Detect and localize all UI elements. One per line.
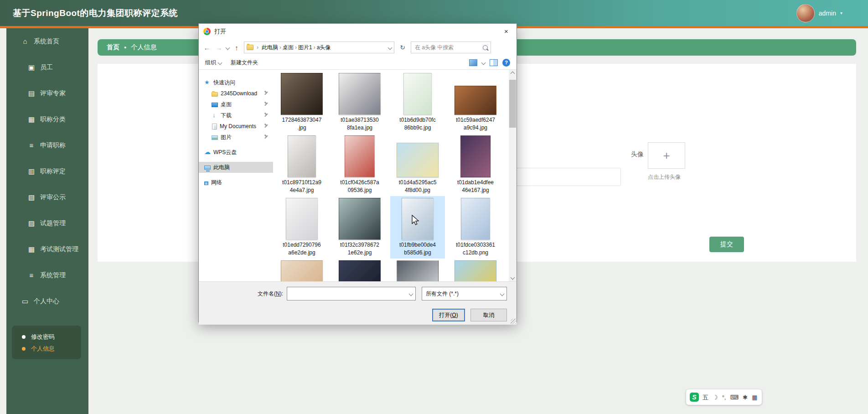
user-avatar: [796, 4, 815, 22]
address-crumb[interactable]: a头像: [317, 44, 331, 52]
sidebar-item-4[interactable]: ▦职称分类: [6, 106, 88, 132]
back-button[interactable]: ←: [202, 44, 212, 52]
address-crumb[interactable]: 此电脑: [262, 44, 278, 52]
open-button[interactable]: 打开(O): [432, 309, 465, 321]
submenu-item-1[interactable]: 修改密码: [12, 331, 81, 343]
scrollbar[interactable]: [509, 70, 517, 281]
tools-icon[interactable]: ✱: [743, 394, 748, 400]
address-crumb[interactable]: 桌面: [283, 44, 294, 52]
cancel-button[interactable]: 取消: [470, 309, 507, 321]
sidebar-item-label: 职称分类: [40, 115, 66, 124]
up-button[interactable]: ↑: [232, 44, 241, 52]
scroll-down-icon[interactable]: [509, 274, 517, 281]
sidebar-item-8[interactable]: ▨试题管理: [6, 210, 88, 236]
tree-item[interactable]: 下载: [199, 110, 273, 121]
breadcrumb-home[interactable]: 首页: [107, 43, 119, 52]
filename-dropdown-icon[interactable]: [406, 287, 415, 300]
crumb-separator: ›: [279, 44, 281, 51]
preview-pane-icon[interactable]: [490, 59, 498, 66]
sidebar-item-label: 试题管理: [40, 219, 66, 228]
soft-keyboard-icon[interactable]: ⌨: [730, 394, 739, 400]
file-item[interactable]: t01c89710f12a94e4a7.jpg: [274, 134, 329, 196]
submit-button[interactable]: 提交: [709, 237, 744, 252]
resize-grip[interactable]: [511, 319, 516, 324]
file-thumbnail-wrap: [274, 71, 329, 115]
sidebar-item-10[interactable]: ≡系统管理: [6, 262, 88, 288]
sidebar-item-5[interactable]: ≡申请职称: [6, 132, 88, 158]
file-item[interactable]: 1728463873047.jpg: [274, 71, 329, 134]
help-icon[interactable]: ?: [502, 59, 510, 67]
file-item[interactable]: [274, 259, 329, 281]
scroll-up-icon[interactable]: [509, 70, 517, 78]
punctuation-mode-icon[interactable]: °,: [722, 394, 726, 400]
file-item[interactable]: t01fdce0303361c12db.png: [448, 196, 503, 259]
file-item[interactable]: t01c59aedf6247a9c94.jpg: [448, 71, 503, 134]
file-name: t01c89710f12a94e4a7.jpg: [282, 179, 321, 196]
file-item[interactable]: [448, 259, 503, 281]
view-dropdown-icon[interactable]: [481, 61, 486, 65]
file-item[interactable]: t01cf0426c587a09536.jpg: [332, 134, 387, 196]
document-icon: [212, 124, 217, 129]
sidebar-item-label: 评审公示: [40, 193, 66, 202]
tree-item[interactable]: WPS云盘: [199, 147, 273, 158]
scrollbar-thumb[interactable]: [509, 80, 516, 128]
user-menu[interactable]: admin ▾: [796, 0, 842, 26]
address-crumb[interactable]: 图片1: [298, 44, 312, 52]
tree-item[interactable]: 2345Download: [199, 88, 273, 99]
sidebar-item-2[interactable]: ▣员工: [6, 54, 88, 80]
file-item[interactable]: t01edd7290796a6e2de.jpg: [274, 196, 329, 259]
search-input[interactable]: [414, 44, 483, 51]
tree-item[interactable]: 此电脑: [199, 162, 273, 173]
avatar-upload-box[interactable]: +: [648, 142, 685, 169]
personal-center-submenu: 修改密码个人信息: [12, 326, 81, 359]
sidebar-item-9[interactable]: ▦考试测试管理: [6, 236, 88, 262]
filetype-select[interactable]: 所有文件 (*.*): [422, 287, 507, 300]
new-folder-button[interactable]: 新建文件夹: [231, 59, 258, 67]
history-dropdown-icon[interactable]: [226, 45, 230, 50]
tree-item[interactable]: My Documents: [199, 121, 273, 132]
address-bar[interactable]: › 此电脑›桌面›图片1›a头像: [244, 41, 394, 53]
file-item[interactable]: t01fb9be00de4b585d6.jpg: [390, 196, 445, 259]
file-item[interactable]: t01ae387135308fa1ea.jpg: [332, 71, 387, 134]
tree-item[interactable]: 桌面: [199, 99, 273, 110]
tree-item[interactable]: 网络: [199, 177, 273, 188]
view-mode-icon[interactable]: [469, 59, 477, 66]
fullwidth-toggle-icon[interactable]: ☽: [713, 394, 718, 400]
address-dropdown-icon[interactable]: [388, 45, 393, 50]
crumb-separator: ›: [314, 44, 315, 51]
forward-button[interactable]: →: [214, 44, 223, 52]
organize-menu[interactable]: 组织: [205, 59, 222, 67]
close-icon[interactable]: ×: [496, 24, 517, 39]
submenu-item-2[interactable]: 个人信息: [12, 343, 81, 355]
file-thumbnail-wrap: [332, 71, 387, 115]
file-name: t01fdce0303361c12db.png: [456, 241, 495, 259]
filename-input[interactable]: [287, 290, 406, 297]
menu-grid-icon[interactable]: ▦: [752, 394, 757, 400]
tree-item[interactable]: 图片: [199, 132, 273, 143]
search-icon[interactable]: [483, 45, 488, 50]
file-item[interactable]: t01b6d9db70fc86bb9c.jpg: [390, 71, 445, 134]
app-header: 基于SpringBoot的电力集团职称评定系统 admin ▾: [0, 0, 868, 26]
file-thumbnail-wrap: [448, 259, 503, 281]
dialog-titlebar[interactable]: 打开 ×: [199, 24, 517, 39]
sidebar-item-7[interactable]: ▧评审公示: [6, 184, 88, 210]
refresh-icon[interactable]: ↻: [397, 41, 408, 53]
tree-item-label: 网络: [211, 179, 222, 186]
pin-icon: [264, 113, 269, 118]
sidebar-item-3[interactable]: ▤评审专家: [6, 80, 88, 106]
tree-item[interactable]: 快速访问: [199, 77, 273, 88]
file-item[interactable]: [390, 259, 445, 281]
file-thumbnail: [402, 198, 434, 240]
sidebar-item-1[interactable]: ⌂系统首页: [6, 28, 88, 54]
clipboard-x-icon: ▧: [27, 193, 36, 202]
file-item[interactable]: t01f32c39786721e62e.jpg: [332, 196, 387, 259]
sidebar-item-11[interactable]: ▭个人中心: [6, 288, 88, 314]
sidebar-item-6[interactable]: ▥职称评定: [6, 158, 88, 184]
file-item[interactable]: t01dab1e4dfee46e167.jpg: [448, 134, 503, 196]
user-name: admin: [819, 10, 836, 17]
file-item[interactable]: t01d4a5295ac54f8d00.jpg: [390, 134, 445, 196]
ime-logo-icon[interactable]: S: [690, 393, 699, 402]
file-item[interactable]: [332, 259, 387, 281]
organize-label: 组织: [205, 59, 216, 67]
wubi-mode-indicator[interactable]: 五: [703, 394, 708, 400]
